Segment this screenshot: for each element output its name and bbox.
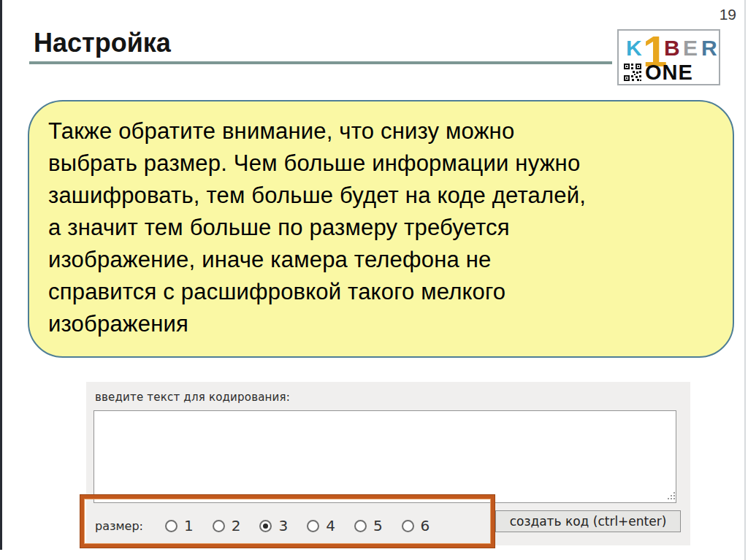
encode-text-input[interactable] bbox=[94, 410, 676, 503]
size-option-4: 4 bbox=[307, 517, 335, 534]
note-callout-text: Также обратите внимание, что снизу можно… bbox=[48, 115, 717, 340]
size-radio-list: 123456 bbox=[165, 517, 449, 534]
size-option-1: 1 bbox=[165, 517, 194, 534]
size-option-5: 5 bbox=[354, 517, 383, 534]
size-radio-2[interactable] bbox=[213, 520, 225, 532]
size-radio-label-3: 3 bbox=[278, 517, 288, 534]
size-radio-5[interactable] bbox=[354, 520, 367, 532]
resize-grip-icon[interactable] bbox=[666, 491, 676, 501]
size-option-6: 6 bbox=[402, 517, 430, 534]
logo-letter-E: E bbox=[683, 37, 698, 59]
size-label: размер: bbox=[95, 519, 143, 533]
size-radio-label-6: 6 bbox=[421, 517, 430, 534]
size-radio-1[interactable] bbox=[165, 520, 178, 532]
size-options: размер: 123456 bbox=[95, 517, 449, 534]
kiberone-logo: K1BER ONE bbox=[617, 29, 720, 85]
logo-letter-K: K bbox=[626, 37, 642, 59]
size-radio-label-5: 5 bbox=[373, 517, 383, 534]
encode-text-label: введите текст для кодирования: bbox=[95, 391, 290, 404]
size-radio-label-2: 2 bbox=[232, 517, 241, 534]
size-radio-label-1: 1 bbox=[184, 517, 194, 534]
create-code-button[interactable]: создать код (ctrl+enter) bbox=[495, 510, 681, 532]
qr-code-icon bbox=[624, 64, 641, 81]
size-radio-label-4: 4 bbox=[326, 517, 335, 534]
slide-right-border bbox=[744, 0, 746, 560]
note-callout: Также обратите внимание, что снизу можно… bbox=[28, 100, 734, 358]
size-option-2: 2 bbox=[213, 517, 241, 534]
logo-letter-B: B bbox=[664, 37, 680, 59]
slide: 19 Настройка K1BER ONE bbox=[0, 0, 748, 560]
logo-letter-R: R bbox=[701, 37, 717, 59]
size-option-3: 3 bbox=[259, 517, 288, 534]
size-radio-4[interactable] bbox=[307, 520, 319, 532]
slide-left-border bbox=[0, 0, 2, 550]
logo-one-text: ONE bbox=[645, 62, 693, 83]
page-title: Настройка bbox=[34, 28, 171, 58]
size-radio-6[interactable] bbox=[402, 520, 414, 532]
title-underline bbox=[29, 61, 612, 64]
size-radio-3[interactable] bbox=[259, 520, 272, 532]
page-number: 19 bbox=[720, 6, 736, 23]
radio-selected-dot bbox=[263, 523, 268, 529]
create-code-button-label: создать код (ctrl+enter) bbox=[510, 514, 667, 529]
